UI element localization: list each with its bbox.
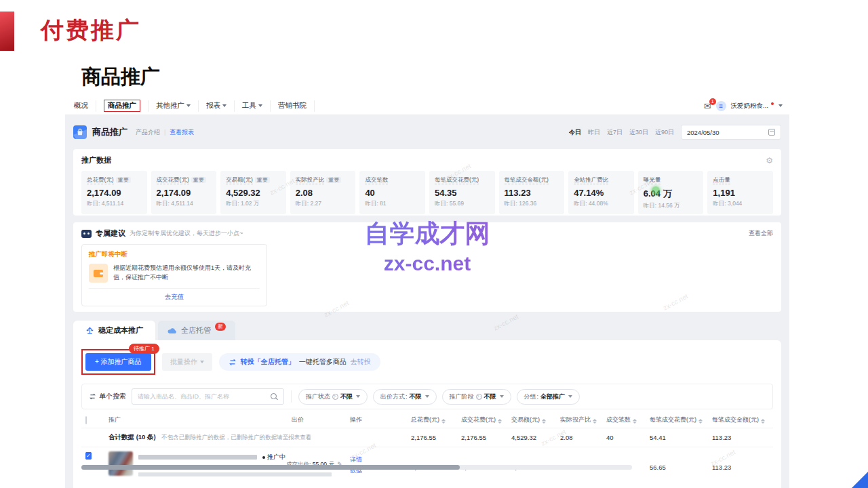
product-intro-link[interactable]: 产品介绍 bbox=[136, 128, 160, 137]
dashboard-screenshot: 概况 商品推广 其他推广 报表 工具 营销书院 ✉ 1 ≡ 沃爱奶粉食... bbox=[65, 97, 789, 488]
col-bid: 出价 bbox=[288, 415, 346, 424]
range-today[interactable]: 今日 bbox=[569, 128, 581, 137]
chevron-down-icon bbox=[200, 361, 204, 363]
suggestion-head: 专属建议 为你定制专属优化建议，每天进步一小点~ 查看全部 bbox=[81, 228, 773, 239]
sort-icon[interactable] bbox=[593, 419, 597, 424]
toggle-mode-icon bbox=[89, 393, 96, 400]
detail-link[interactable]: 详情 bbox=[350, 455, 407, 464]
date-picker[interactable]: 2024/05/30 bbox=[681, 125, 781, 140]
metric-tile-total-cost[interactable]: 总花费(元)重要 2,174.09 昨日: 4,511.14 bbox=[81, 171, 147, 214]
important-badge: 重要 bbox=[255, 177, 270, 183]
blue-corner-accent bbox=[852, 472, 868, 488]
pill-value: 不限 bbox=[484, 392, 496, 401]
metric-tile-gmv[interactable]: 交易额(元)重要 4,529.32 昨日: 1.02 万 bbox=[220, 171, 286, 214]
avatar[interactable]: ≡ bbox=[716, 101, 726, 111]
view-all-link[interactable]: 查看全部 bbox=[749, 229, 773, 238]
metric-tile-cost-per-order[interactable]: 每笔成交花费(元) 54.35 昨日: 55.69 bbox=[429, 171, 495, 214]
wallet-icon bbox=[89, 264, 108, 283]
go-transfer-link[interactable]: 去转投 bbox=[351, 357, 371, 367]
search-mode-toggle[interactable]: 单个搜索 bbox=[89, 392, 126, 401]
metric-tile-clicks[interactable]: 点击量 1,191 昨日: 3,044 bbox=[707, 171, 773, 214]
chevron-down-icon bbox=[186, 104, 191, 107]
account-name[interactable]: 沃爱奶粉食... bbox=[731, 102, 768, 110]
chevron-down-icon bbox=[425, 395, 429, 398]
col-total-cost[interactable]: 总花费(元) bbox=[407, 415, 457, 424]
nav-tab-reports[interactable]: 报表 bbox=[199, 100, 235, 112]
pill-label: 出价方式 bbox=[380, 392, 408, 401]
add-promo-product-button[interactable]: + 添加推广商品 bbox=[85, 353, 151, 371]
product-cell[interactable]: 推广中 bbox=[104, 451, 288, 476]
metric-tile-roi[interactable]: 实际投产比重要 2.08 昨日: 2.27 bbox=[290, 171, 356, 214]
gear-icon[interactable]: ⚙ bbox=[766, 157, 773, 165]
range-30d[interactable]: 近30日 bbox=[629, 128, 648, 137]
scale-icon bbox=[85, 326, 94, 335]
tab-full-store-managed[interactable]: 全店托管 新 bbox=[158, 321, 235, 340]
col-cost-per-order[interactable]: 每笔成交花费(元) bbox=[646, 415, 708, 424]
nav-tab-label: 营销书院 bbox=[278, 101, 307, 110]
tab-stable-cost-promo[interactable]: 稳定成本推广 bbox=[73, 321, 155, 340]
filter-promo-stage[interactable]: 推广阶段 不限 bbox=[442, 389, 511, 405]
search-icon[interactable] bbox=[271, 393, 278, 401]
metric-tiles: 总花费(元)重要 2,174.09 昨日: 4,511.14 成交花费(元)重要… bbox=[81, 171, 773, 214]
metric-tile-orders[interactable]: 成交笔数 40 昨日: 81 bbox=[359, 171, 425, 214]
dashboard-body: 商品推广 产品介绍 | 查看报表 今日 昨日 近7日 近30日 近90日 202… bbox=[65, 115, 789, 488]
range-yesterday[interactable]: 昨日 bbox=[588, 128, 600, 137]
sort-icon[interactable] bbox=[698, 419, 703, 424]
avatar-glyph: ≡ bbox=[719, 102, 723, 110]
view-report-link[interactable]: 查看报表 bbox=[170, 128, 194, 137]
select-all-checkbox[interactable] bbox=[85, 416, 87, 424]
horizontal-scrollbar[interactable] bbox=[81, 465, 632, 470]
nav-tab-other-promo[interactable]: 其他推广 bbox=[149, 100, 199, 112]
row-checkbox[interactable]: ✓ bbox=[85, 452, 92, 460]
product-thumbnail bbox=[108, 451, 133, 476]
important-badge: 重要 bbox=[326, 177, 341, 183]
nav-tab-product-promo[interactable]: 商品推广 bbox=[96, 100, 149, 112]
filter-promo-status[interactable]: 推广状态 不限 bbox=[298, 389, 368, 405]
sort-icon[interactable] bbox=[542, 419, 546, 424]
pill-label: 推广阶段 bbox=[450, 392, 474, 401]
search-input[interactable] bbox=[138, 393, 267, 400]
table-header: 推广 出价 操作 总花费(元) 成交花费(元) 交易额(元) 实际投产比 成交笔… bbox=[81, 412, 773, 428]
metric-tile-impressions[interactable]: 曝光量 6.04 万 昨日: 14.56 万 bbox=[638, 171, 704, 214]
col-orders[interactable]: 成交笔数 bbox=[602, 415, 646, 424]
advice-body: 根据近期花费预估通用余额仅够使用1天，请及时充值，保证推广不中断 bbox=[89, 264, 260, 283]
metric-tile-fee-ratio[interactable]: 全站推广费比 47.14% 昨日: 44.08% bbox=[568, 171, 634, 214]
recharge-link[interactable]: 去充值 bbox=[89, 288, 260, 306]
col-amount-per-order[interactable]: 每笔成交金额(元) bbox=[708, 415, 773, 424]
sort-icon[interactable] bbox=[498, 419, 502, 424]
important-badge: 重要 bbox=[191, 177, 206, 183]
range-90d[interactable]: 近90日 bbox=[655, 128, 674, 137]
filter-bid-type[interactable]: 出价方式 不限 bbox=[373, 389, 437, 405]
chevron-down-icon[interactable] bbox=[778, 104, 783, 107]
filter-group[interactable]: 分组 全部推广 bbox=[517, 389, 580, 405]
notification-badge: 1 bbox=[709, 98, 716, 105]
slide-page: 付费推广 商品推广 概况 商品推广 其他推广 报表 工具 营销书院 ✉ 1 ≡ … bbox=[0, 0, 868, 488]
sort-icon[interactable] bbox=[633, 419, 637, 424]
range-7d[interactable]: 近7日 bbox=[607, 128, 623, 137]
nav-tab-tools[interactable]: 工具 bbox=[235, 100, 271, 112]
scrollbar-thumb[interactable] bbox=[81, 465, 460, 470]
mail-icon[interactable]: ✉ 1 bbox=[704, 102, 711, 110]
red-annotation-frame: + 添加推广商品 待推广 1 bbox=[81, 349, 155, 375]
col-deal-cost[interactable]: 成交花费(元) bbox=[457, 415, 507, 424]
transfer-banner[interactable]: 转投「全店托管」 一键托管多商品 去转投 bbox=[219, 353, 380, 371]
col-roi[interactable]: 实际投产比 bbox=[556, 415, 602, 424]
metric-tile-deal-cost[interactable]: 成交花费(元)重要 2,174.09 昨日: 4,511.14 bbox=[151, 171, 217, 214]
metric-tile-amount-per-order[interactable]: 每笔成交金额(元) 113.23 昨日: 126.36 bbox=[499, 171, 565, 214]
row-amount-per-order: 113.23 bbox=[708, 451, 773, 471]
pill-value: 全部推广 bbox=[540, 392, 565, 401]
col-gmv[interactable]: 交易额(元) bbox=[507, 415, 556, 424]
transfer-title: 转投「全店托管」 bbox=[241, 357, 295, 367]
sort-icon[interactable] bbox=[441, 419, 446, 424]
filter-bar: 单个搜索 推广状态 不限 出价方式 不限 bbox=[81, 384, 773, 409]
row-cost-per-order: 56.65 bbox=[646, 451, 708, 471]
nav-tab-overview[interactable]: 概况 bbox=[66, 100, 96, 112]
summary-roi: 2.08 bbox=[556, 434, 602, 441]
nav-tab-label: 报表 bbox=[206, 101, 220, 110]
batch-actions-button[interactable]: 批量操作 bbox=[162, 353, 212, 371]
info-icon bbox=[332, 394, 338, 400]
sort-icon[interactable] bbox=[761, 419, 765, 424]
nav-tab-academy[interactable]: 营销书院 bbox=[271, 100, 315, 112]
top-nav: 概况 商品推广 其他推广 报表 工具 营销书院 ✉ 1 ≡ 沃爱奶粉食... bbox=[65, 97, 789, 115]
account-alert-dot bbox=[771, 102, 774, 105]
